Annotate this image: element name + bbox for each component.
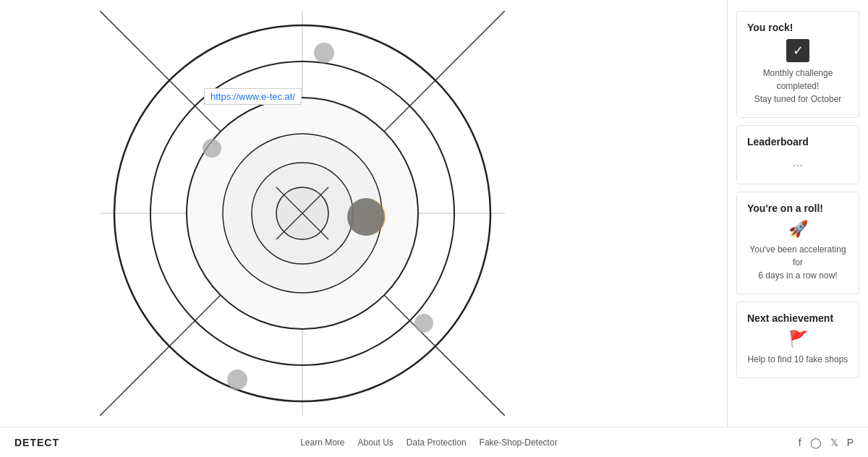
- card-leaderboard-title: Leaderboard: [747, 136, 848, 148]
- footer-social: f ◯ 𝕏 P: [799, 437, 854, 448]
- rocket-icon: 🚀: [747, 220, 848, 239]
- brand-logo: DETECT: [14, 437, 59, 448]
- instagram-icon[interactable]: ◯: [810, 437, 822, 448]
- leaderboard-dots: ...: [747, 153, 848, 172]
- url-text: https://www.e-tec.at/: [210, 91, 295, 102]
- footer: DETECT Learn More About Us Data Protecti…: [0, 427, 868, 457]
- footer-link-fake-shop-detector[interactable]: Fake-Shop-Detector: [480, 437, 558, 448]
- pinterest-icon[interactable]: P: [847, 437, 854, 448]
- svg-point-14: [347, 198, 385, 236]
- card-on-a-roll: You're on a roll! 🚀 You've been accelera…: [736, 192, 859, 294]
- card-on-a-roll-title: You're on a roll!: [747, 202, 848, 214]
- svg-point-17: [227, 370, 247, 390]
- target-area: https://www.e-tec.at/: [0, 0, 727, 427]
- card-next-achievement-text: Help to find 10 fake shops: [747, 353, 848, 366]
- card-leaderboard: Leaderboard ...: [736, 125, 859, 184]
- card-you-rock: You rock! ✓ Monthly challenge completed!…: [736, 11, 859, 118]
- main-content: https://www.e-tec.at/: [0, 0, 868, 427]
- card-next-achievement-title: Next achievement: [747, 312, 848, 324]
- footer-link-data-protection[interactable]: Data Protection: [407, 437, 467, 448]
- svg-point-18: [414, 314, 433, 333]
- card-on-a-roll-text: You've been accelerating for6 days in a …: [747, 243, 848, 282]
- svg-point-16: [203, 139, 221, 158]
- twitter-icon[interactable]: 𝕏: [830, 437, 838, 448]
- checkmark-icon: ✓: [786, 39, 809, 62]
- sidebar: You rock! ✓ Monthly challenge completed!…: [727, 0, 868, 427]
- target-container: [36, 7, 568, 419]
- footer-link-about-us[interactable]: About Us: [358, 437, 393, 448]
- facebook-icon[interactable]: f: [799, 437, 801, 448]
- footer-link-learn-more[interactable]: Learn More: [300, 437, 344, 448]
- card-next-achievement: Next achievement 🚩 Help to find 10 fake …: [736, 302, 859, 378]
- footer-links: Learn More About Us Data Protection Fake…: [300, 437, 558, 448]
- svg-point-15: [314, 43, 334, 63]
- flag-icon: 🚩: [747, 330, 848, 349]
- card-you-rock-title: You rock!: [747, 22, 848, 33]
- target-svg[interactable]: [100, 11, 505, 416]
- url-tooltip[interactable]: https://www.e-tec.at/: [204, 88, 302, 105]
- card-you-rock-text: Monthly challenge completed!Stay tuned f…: [747, 67, 848, 106]
